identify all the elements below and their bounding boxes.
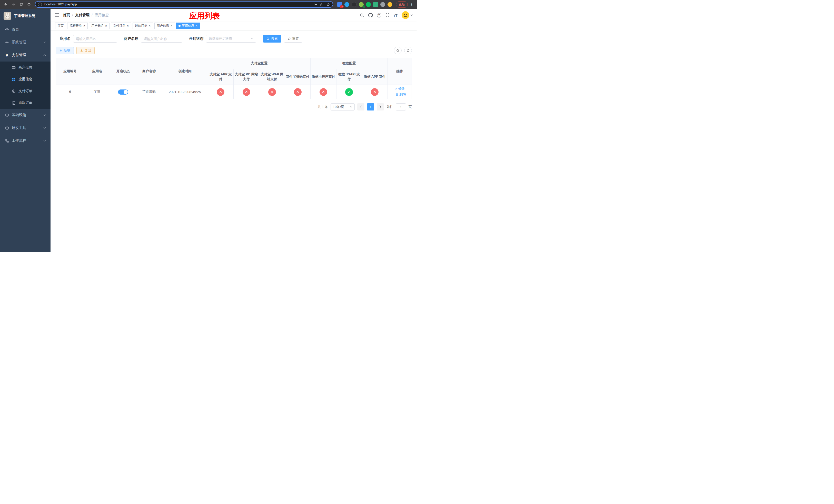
hamburger-icon[interactable] [54,13,59,17]
close-icon[interactable]: × [83,24,85,27]
wechat-mini-status-icon [320,88,327,96]
sidebar-item-home[interactable]: 首页 [0,23,50,36]
toggle-search-button[interactable] [394,47,402,54]
sidebar-item-label: 首页 [12,27,19,32]
header-search-icon[interactable] [360,13,364,18]
sidebar-item-label: 系统管理 [12,40,26,45]
extension-badge: 10 [340,5,344,8]
alipay-app-status-icon [217,88,224,96]
close-icon[interactable]: × [149,24,151,27]
sidebar-item-app-info[interactable]: 应用信息 [0,73,50,85]
breadcrumb-item-home[interactable]: 首页 [63,13,70,18]
refresh-icon [407,49,410,52]
wechat-jsapi-status-icon [345,88,353,96]
col-app-id: 应用编号 [56,58,84,85]
user-menu[interactable] [402,11,413,19]
close-icon[interactable]: × [105,24,107,27]
col-alipay-pc: 支付宝 PC 网站支付 [233,69,259,85]
next-page-button[interactable] [377,103,384,111]
browser-toolbar: i localhost:1024/pay/app 10 1 [0,0,417,9]
status-select[interactable]: 请选择开启状态 [206,35,256,43]
close-icon[interactable]: × [195,24,198,27]
close-icon[interactable]: × [127,24,129,27]
sidebar-item-payment[interactable]: ¥ 支付管理 [0,49,50,62]
group-wechat-config: 微信配置 [311,58,388,69]
app-logo[interactable]: 芋道管理系统 [0,9,50,23]
tab-merchant-info[interactable]: 商户信息× [154,23,175,29]
extension-icon-3[interactable] [352,2,356,7]
chevron-down-icon [43,140,46,141]
share-icon[interactable] [320,3,324,6]
total-count: 共 1 条 [318,105,328,109]
extension-icon-4[interactable]: 1 [359,2,364,7]
breadcrumb-item-payment[interactable]: 支付管理 [75,13,89,18]
extension-icon-2[interactable] [345,2,349,7]
tab-app-info[interactable]: 应用信息× [176,23,200,29]
puzzle-extensions-icon[interactable] [380,2,385,7]
extension-icon-1[interactable]: 10 [337,2,342,7]
sidebar-item-merchant-info[interactable]: 商户信息 [0,62,50,73]
tab-pay-order[interactable]: 支付订单× [111,23,131,29]
forward-icon[interactable] [10,1,17,8]
add-button[interactable]: 新增 [56,47,74,54]
reload-icon[interactable] [18,1,25,8]
app-name-input[interactable] [73,35,117,43]
prev-page-button[interactable] [357,103,365,111]
table-toolbar: 新增 导出 [56,47,412,54]
profile-avatar-icon[interactable] [388,2,392,7]
breadcrumb-item-current: 应用信息 [95,13,109,18]
browser-window: i localhost:1024/pay/app 10 1 [0,0,417,252]
tab-refund-order[interactable]: 退款订单× [133,23,153,29]
col-status: 开启状态 [110,58,136,85]
caret-down-icon [410,14,413,16]
address-bar[interactable]: i localhost:1024/pay/app [35,1,333,8]
pay-order-icon [11,89,16,93]
tab-user-group[interactable]: 用户分组× [89,23,110,29]
bookmark-star-icon[interactable] [326,3,330,6]
merchant-name-input[interactable] [141,35,182,43]
sidebar-item-refund-order[interactable]: 退款订单 [0,97,50,109]
export-button[interactable]: 导出 [76,47,95,54]
browser-menu-icon[interactable]: ⋮ [409,2,414,6]
help-icon[interactable]: ? [377,13,381,18]
extension-icon-6[interactable] [373,2,378,7]
sidebar-item-label: 应用信息 [19,77,32,82]
tab-home[interactable]: 首页 [55,23,66,29]
wechat-app-status-icon [371,88,378,96]
sidebar-item-pay-order[interactable]: 支付订单 [0,85,50,97]
edit-link[interactable]: 修改 [394,86,405,91]
back-icon[interactable] [3,1,9,8]
plus-icon [59,49,62,52]
edit-pencil-icon [394,87,397,91]
refresh-table-button[interactable] [404,47,412,54]
search-button[interactable]: 搜索 [263,35,281,43]
delete-link[interactable]: 删除 [395,92,406,97]
current-page-button[interactable]: 1 [367,103,374,111]
font-size-icon[interactable]: TT [394,13,397,17]
fullscreen-icon[interactable] [386,13,390,17]
site-info-icon[interactable]: i [38,3,42,6]
chrome-update-button[interactable]: 更新 [396,1,408,8]
password-key-icon[interactable] [313,3,317,6]
status-toggle[interactable] [118,90,128,95]
sidebar-item-label: 工作流程 [12,138,26,143]
search-form: 应用名 商户名称 开启状态 请选择开启状态 搜索 [56,35,412,43]
sidebar-item-dev-tools[interactable]: 研发工具 [0,121,50,134]
sidebar-item-workflow[interactable]: 工作流程 [0,134,50,147]
extension-icon-5[interactable] [366,2,371,7]
download-icon [80,49,83,52]
col-alipay-app: 支付宝 APP 支付 [208,69,233,85]
close-icon[interactable]: × [170,24,173,27]
tab-process-form[interactable]: 流程表单× [67,23,88,29]
extensions-area: 10 1 [336,2,394,7]
page-size-select[interactable]: 10条/页 [331,103,355,111]
sidebar-item-label: 商户信息 [19,65,32,70]
github-icon[interactable] [368,13,373,18]
home-icon[interactable] [26,1,32,8]
sidebar-item-infrastructure[interactable]: 基础设施 [0,109,50,121]
goto-page-input[interactable] [396,103,406,111]
sidebar-item-system[interactable]: 系统管理 [0,36,50,49]
cell-app-id: 6 [56,85,84,99]
chevron-down-icon [350,106,352,108]
reset-button[interactable]: 重置 [284,35,302,43]
